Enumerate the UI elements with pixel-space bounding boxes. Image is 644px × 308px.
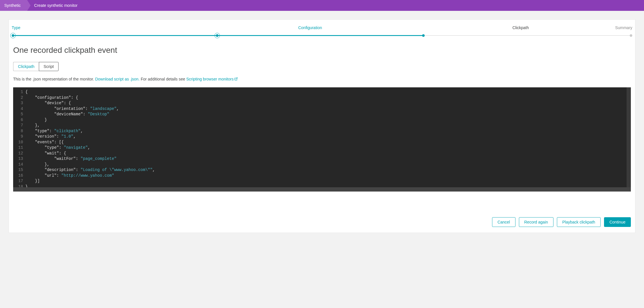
breadcrumb-label: Synthetic <box>4 3 21 8</box>
wizard-progress <box>12 33 632 39</box>
footer-actions: Cancel Record again Playback clickpath C… <box>9 197 635 233</box>
cancel-button[interactable]: Cancel <box>492 217 515 227</box>
step-label: Clickpath <box>512 25 529 33</box>
progress-dot-2 <box>216 34 218 37</box>
wizard-step-labels: Type Configuration Clickpath Summary <box>9 20 635 33</box>
editor-bottom-scrollbar[interactable] <box>13 187 631 192</box>
step-label: Configuration <box>298 25 322 33</box>
step-type[interactable]: Type <box>12 25 115 33</box>
tab-clickpath[interactable]: Clickpath <box>13 62 39 71</box>
desc-mid: For additional details see <box>140 77 186 81</box>
content-area: One recorded clickpath event Clickpath S… <box>9 46 635 197</box>
playback-clickpath-button[interactable]: Playback clickpath <box>557 217 601 227</box>
continue-button[interactable]: Continue <box>604 217 631 227</box>
progress-dot-4 <box>630 34 632 37</box>
step-clickpath[interactable]: Clickpath <box>322 25 529 33</box>
breadcrumb-label: Create synthetic monitor <box>34 3 78 8</box>
breadcrumb: Synthetic Create synthetic monitor <box>0 0 644 11</box>
progress-dot-3 <box>422 34 425 37</box>
code-body[interactable]: { "configuration": { "device": { "orient… <box>25 87 631 192</box>
step-label: Summary <box>529 25 632 33</box>
progress-dot-1 <box>12 34 14 37</box>
docs-link[interactable]: Scripting browser monitors <box>186 77 238 81</box>
external-link-icon <box>234 77 238 82</box>
step-summary[interactable]: Summary <box>529 25 632 33</box>
page-title: One recorded clickpath event <box>13 46 631 55</box>
code-editor[interactable]: 123456789101112131415161718 { "configura… <box>13 87 631 192</box>
step-label: Type <box>12 25 115 33</box>
record-again-button[interactable]: Record again <box>519 217 553 227</box>
breadcrumb-item-synthetic[interactable]: Synthetic <box>0 0 27 11</box>
breadcrumb-item-create[interactable]: Create synthetic monitor <box>27 0 84 11</box>
desc-pre: This is the .json representation of the … <box>13 77 95 81</box>
description-line: This is the .json representation of the … <box>13 77 631 82</box>
step-configuration[interactable]: Configuration <box>115 25 322 33</box>
view-tabs: Clickpath Script <box>13 62 631 71</box>
main-card: Type Configuration Clickpath Summary One… <box>9 19 635 233</box>
download-script-link[interactable]: Download script as .json. <box>95 77 140 81</box>
code-gutter: 123456789101112131415161718 <box>13 87 25 192</box>
tab-script[interactable]: Script <box>39 62 59 71</box>
